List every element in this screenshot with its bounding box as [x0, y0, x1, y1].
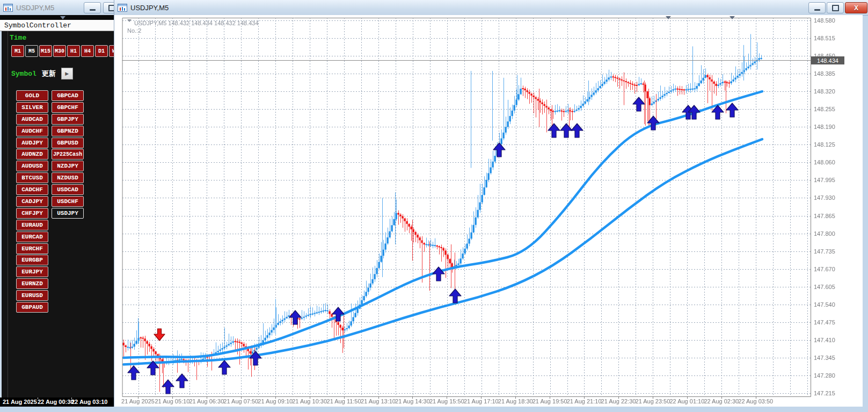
price-axis-label: 147.800: [814, 230, 835, 237]
time-axis-label: 21 Aug 11:50: [327, 398, 361, 404]
time-axis-label: 21 Aug 15:50: [429, 398, 464, 404]
price-axis-label: 147.605: [814, 284, 835, 290]
symbol-button-jp225cash[interactable]: JP225Cash: [52, 149, 84, 160]
chart-ohlc-readout: USDJPY,M5 148.432 148.434 148.432 148.43…: [127, 19, 259, 26]
chevron-down-icon: [127, 19, 132, 24]
timeframe-button-h1[interactable]: H1: [67, 45, 80, 57]
price-axis-label: 147.865: [814, 213, 835, 219]
time-section-label: Time: [10, 34, 26, 42]
price-axis-label: 147.735: [814, 248, 835, 255]
symbol-button-gbpjpy[interactable]: GBPJPY: [52, 114, 84, 125]
chart-info-line: No.:2: [127, 27, 141, 34]
timeframe-button-m15[interactable]: M15: [39, 45, 52, 57]
price-axis-label: 147.995: [814, 177, 835, 183]
time-axis-label: 21 Aug 21:10: [567, 398, 602, 404]
time-axis-label: 21 Aug 23:50: [636, 398, 670, 404]
time-axis-label: 21 Aug 14:30: [395, 398, 430, 404]
symbol-button-euraud[interactable]: EURAUD: [16, 220, 48, 230]
symbol-button-nzdjpy[interactable]: NZDJPY: [52, 161, 84, 171]
time-axis-label: 22 Aug 01:10: [669, 398, 704, 404]
left-window-title: USDJPY,M5: [16, 4, 54, 12]
symbol-column-1: GOLDSILVERAUDCADAUDCHFAUDJPYAUDNZDAUDUSD…: [16, 90, 48, 314]
symbol-button-gbpnzd[interactable]: GBPNZD: [52, 126, 84, 136]
symbol-button-eurcad[interactable]: EURCAD: [16, 232, 48, 242]
time-axis-label: 21 Aug 22:30: [601, 398, 636, 404]
symbol-button-usdjpy[interactable]: USDJPY: [52, 208, 84, 219]
price-axis-label: 147.345: [814, 355, 835, 361]
mt4-workspace: USDJPY,M5 SymbolController Time M1M5M15M…: [0, 0, 868, 412]
symbol-button-gold[interactable]: GOLD: [16, 90, 48, 101]
symbol-button-silver[interactable]: SILVER: [16, 102, 48, 113]
price-axis-label: 147.670: [814, 266, 835, 272]
left-chart-top-strip: [0, 15, 114, 20]
time-axis-label: 21 Aug 09:10: [258, 398, 293, 404]
price-axis-label: 147.215: [814, 390, 835, 396]
symbol-button-gbpchf[interactable]: GBPCHF: [52, 102, 84, 113]
update-label: 更新: [42, 69, 56, 78]
symbol-button-eurchf[interactable]: EURCHF: [16, 243, 48, 254]
main-restore-button[interactable]: [827, 2, 844, 13]
time-axis-label: 22 Aug 03:50: [738, 398, 773, 404]
symbol-controller-window: USDJPY,M5 SymbolController Time M1M5M15M…: [0, 0, 114, 407]
symbol-button-eurusd[interactable]: EURUSD: [16, 290, 48, 301]
main-window-titlebar[interactable]: USDJPY,M5 X: [114, 0, 868, 16]
left-time-label: 21 Aug 2025: [3, 399, 37, 405]
left-restore-button[interactable]: [103, 2, 114, 13]
price-axis-label: 148.190: [814, 124, 835, 130]
chart-client-area: USDJPY,M5 148.432 148.434 148.432 148.43…: [114, 15, 863, 407]
symbol-button-audjpy[interactable]: AUDJPY: [16, 138, 48, 148]
symbol-button-audusd[interactable]: AUDUSD: [16, 161, 48, 171]
price-axis-label: 148.255: [814, 106, 835, 112]
price-axis-label: 148.580: [814, 17, 835, 24]
timeframe-button-w1[interactable]: W1: [109, 45, 114, 57]
symbol-button-eurgbp[interactable]: EURGBP: [16, 255, 48, 265]
symbol-button-gbpcad[interactable]: GBPCAD: [52, 90, 84, 101]
symbol-button-gbpaud[interactable]: GBPAUD: [16, 302, 48, 313]
timeframe-button-row: M1M5M15M30H1H4D1W1: [11, 45, 114, 57]
symbol-button-eurnzd[interactable]: EURNZD: [16, 278, 48, 289]
left-minimize-button[interactable]: [84, 2, 101, 13]
left-window-titlebar[interactable]: USDJPY,M5: [0, 0, 114, 16]
time-axis-label: 21 Aug 07:50: [223, 398, 258, 404]
timeframe-button-d1[interactable]: D1: [95, 45, 108, 57]
symbol-button-audnzd[interactable]: AUDNZD: [16, 149, 48, 160]
time-axis-label: 21 Aug 19:50: [533, 398, 567, 404]
price-axis-label: 148.125: [814, 141, 835, 148]
main-close-button[interactable]: X: [845, 2, 867, 13]
symbol-button-nzdusd[interactable]: NZDUSD: [52, 172, 84, 183]
current-price-tag: 148.434: [811, 56, 844, 64]
timeframe-button-m1[interactable]: M1: [11, 45, 24, 57]
time-axis-label: 21 Aug 10:30: [292, 398, 327, 404]
price-axis-label: 148.385: [814, 70, 835, 77]
time-axis-label: 21 Aug 18:30: [498, 398, 533, 404]
price-chart-canvas[interactable]: [114, 15, 863, 407]
timeframe-button-h4[interactable]: H4: [81, 45, 94, 57]
symbol-button-cadchf[interactable]: CADCHF: [16, 184, 48, 195]
time-axis-label: 21 Aug 17:10: [464, 398, 499, 404]
main-window-title: USDJPY,M5: [130, 4, 169, 12]
price-axis-label: 147.540: [814, 301, 835, 308]
price-axis-label: 147.280: [814, 372, 835, 379]
symbol-controller-panel: Time M1M5M15M30H1H4D1W1 Symbol 更新 ▶ GOLD…: [2, 31, 114, 397]
symbol-button-gbpusd[interactable]: GBPUSD: [52, 138, 84, 148]
symbol-button-usdcad[interactable]: USDCAD: [52, 184, 84, 195]
symbol-button-btcusd[interactable]: BTCUSD: [16, 172, 48, 183]
timeframe-button-m5[interactable]: M5: [25, 45, 38, 57]
chart-window-icon: [3, 4, 13, 12]
time-axis-label: 21 Aug 2025: [121, 398, 155, 404]
price-axis-label: 148.060: [814, 159, 835, 165]
symbol-button-usdchf[interactable]: USDCHF: [52, 196, 84, 207]
symbol-button-audchf[interactable]: AUDCHF: [16, 126, 48, 136]
price-axis-label: 147.410: [814, 337, 835, 343]
update-play-button[interactable]: ▶: [61, 68, 73, 79]
time-axis-label: 22 Aug 02:30: [704, 398, 739, 404]
price-axis-label: 147.930: [814, 194, 835, 201]
left-time-label: 22 Aug 00:30: [38, 399, 74, 405]
main-minimize-button[interactable]: [808, 2, 826, 13]
symbol-button-cadjpy[interactable]: CADJPY: [16, 196, 48, 207]
symbol-section-row: Symbol 更新 ▶: [11, 68, 73, 79]
symbol-button-eurjpy[interactable]: EURJPY: [16, 266, 48, 277]
symbol-button-chfjpy[interactable]: CHFJPY: [16, 208, 48, 219]
symbol-button-audcad[interactable]: AUDCAD: [16, 114, 48, 125]
timeframe-button-m30[interactable]: M30: [53, 45, 66, 57]
